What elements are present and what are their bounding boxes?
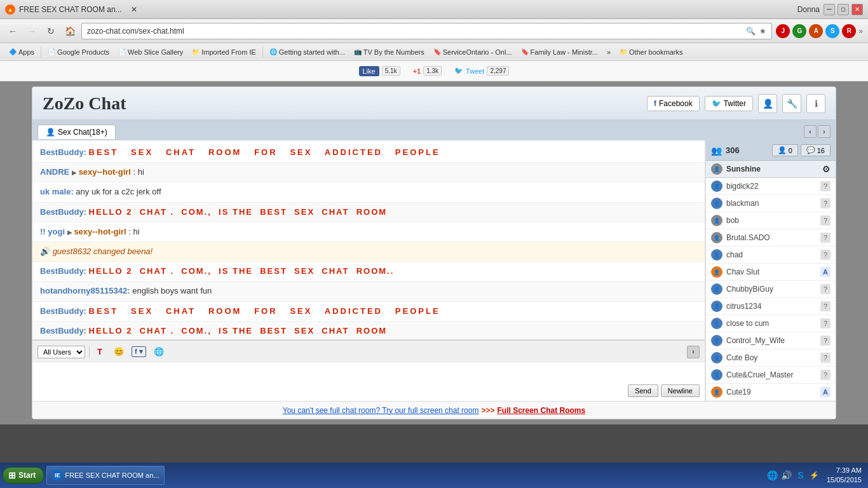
- toolbar-expand-btn[interactable]: ›: [687, 346, 700, 358]
- address-url[interactable]: zozo-chat.com/sex-chat.html: [87, 27, 742, 36]
- user-item[interactable]: 👤 Control_My_Wife ?: [706, 332, 836, 349]
- tray-icon-1[interactable]: 🌐: [767, 470, 778, 481]
- maximize-button[interactable]: □: [837, 4, 849, 15]
- sidebar-tab-online[interactable]: 👤 0: [772, 144, 798, 156]
- user-action-icon[interactable]: ?: [820, 198, 831, 208]
- search-icon[interactable]: 🔍: [746, 27, 756, 36]
- user-item[interactable]: 👤 Cute Boy ?: [706, 349, 836, 367]
- msg-user[interactable]: BestBuddy:: [40, 207, 89, 217]
- chat-message-input[interactable]: [37, 367, 700, 383]
- home-button[interactable]: 🏠: [62, 24, 78, 39]
- bookmark-serviceontario[interactable]: 🔖 ServiceOntario - Onl...: [430, 47, 516, 57]
- msg-user[interactable]: hotandhorny85115342:: [40, 286, 132, 295]
- msg-target[interactable]: sexy--hot-girl: [74, 227, 126, 236]
- user-action-icon[interactable]: ?: [820, 370, 831, 380]
- send-button[interactable]: Send: [628, 384, 658, 397]
- tweet-btn[interactable]: 🐦 Tweet 2,297: [454, 66, 509, 76]
- msg-target[interactable]: sexy--hot-girl: [79, 167, 131, 177]
- twitter-btn[interactable]: 🐦 Twitter: [705, 96, 753, 111]
- msg-user[interactable]: ANDRE: [40, 167, 72, 177]
- user-action-icon[interactable]: ?: [820, 215, 831, 226]
- user-action-icon[interactable]: ?: [820, 233, 831, 243]
- user-action-icon[interactable]: ?: [820, 353, 831, 363]
- ext-icon-r[interactable]: R: [842, 24, 856, 38]
- back-button[interactable]: ←: [5, 24, 20, 39]
- user-item[interactable]: 👤 chad ?: [706, 247, 836, 264]
- fb-like-label[interactable]: Like: [359, 66, 379, 76]
- user-item[interactable]: 👤 Brutal.SADO ?: [706, 229, 836, 247]
- facebook-btn[interactable]: f Facebook: [647, 96, 700, 111]
- recipient-select[interactable]: All Users: [37, 346, 85, 358]
- bookmark-overflow[interactable]: »: [603, 47, 614, 57]
- tray-icon-2[interactable]: 🔊: [781, 470, 792, 481]
- ext-icon-2[interactable]: G: [792, 24, 806, 38]
- star-icon[interactable]: ★: [759, 27, 766, 36]
- user-avatar: 👤: [711, 180, 722, 192]
- msg-user[interactable]: BestBuddy:: [40, 147, 89, 157]
- sidebar-tab-messages[interactable]: 💬 16: [801, 144, 831, 156]
- tray-icon-skype[interactable]: S: [795, 470, 806, 481]
- user-item[interactable]: 👤 close to cum ?: [706, 315, 836, 332]
- msg-user[interactable]: uk male:: [40, 187, 76, 196]
- messages-scroll[interactable]: BestBuddy: BEST SEX CHAT ROOM FOR SEX AD…: [32, 140, 705, 340]
- close-button[interactable]: ✕: [851, 4, 863, 15]
- emoji-btn[interactable]: 😊: [110, 346, 128, 358]
- tab-next-btn[interactable]: ›: [818, 125, 831, 138]
- msg-user[interactable]: BestBuddy:: [40, 306, 89, 316]
- room-tab-sex-chat[interactable]: 👤 Sex Chat(18+): [37, 125, 116, 139]
- user-action-icon[interactable]: A: [820, 387, 831, 397]
- msg-user[interactable]: BestBuddy:: [40, 266, 89, 276]
- user-item[interactable]: 👤 Cute19 A: [706, 384, 836, 401]
- user-icon-btn[interactable]: 👤: [758, 94, 777, 113]
- info-icon-btn[interactable]: ℹ: [806, 94, 825, 113]
- settings-gear-icon[interactable]: ⚙: [822, 164, 831, 174]
- gplus-btn[interactable]: +1 1.3k: [413, 66, 442, 76]
- user-action-icon[interactable]: ?: [820, 250, 831, 260]
- facebook-like-btn[interactable]: Like 5.1k: [359, 66, 400, 76]
- apps-icon: 🔷: [9, 48, 17, 55]
- message-row: BestBuddy: BEST SEX CHAT ROOM FOR SEX AD…: [32, 302, 705, 322]
- bookmark-google[interactable]: 📄 Google Products: [44, 47, 113, 57]
- user-item[interactable]: 👤 ChubbyBiGuy ?: [706, 281, 836, 298]
- user-action-icon[interactable]: ?: [820, 284, 831, 294]
- bookmark-imported[interactable]: 📁 Imported From IE: [188, 47, 260, 57]
- overflow-btn[interactable]: »: [858, 27, 863, 36]
- ext-icon-skype[interactable]: S: [825, 24, 839, 38]
- tab-close-icon[interactable]: ✕: [131, 5, 137, 14]
- ext-icon-abp[interactable]: A: [809, 24, 823, 38]
- bookmark-getting-started[interactable]: 🌐 Getting started with...: [266, 47, 349, 57]
- user-item[interactable]: 👤 bigdick22 ?: [706, 178, 836, 195]
- settings-icon-btn[interactable]: 🔧: [782, 94, 801, 113]
- taskbar-browser-item[interactable]: IE FREE SEX CHAT ROOM an...: [46, 466, 165, 485]
- tab-prev-btn[interactable]: ‹: [804, 125, 817, 138]
- user-action-icon[interactable]: ?: [820, 301, 831, 311]
- user-item[interactable]: 👤 Cute&Cruel_Master ?: [706, 367, 836, 384]
- facebook-share-btn[interactable]: f ▾: [132, 346, 146, 357]
- bookmark-apps[interactable]: 🔷 Apps: [5, 47, 38, 57]
- user-action-icon[interactable]: ?: [820, 336, 831, 346]
- ext-icon-1[interactable]: J: [776, 24, 790, 38]
- promo-text[interactable]: You can't see full chat room? Try our fu…: [283, 406, 479, 415]
- minimize-button[interactable]: ─: [824, 4, 835, 15]
- bookmark-familylaw[interactable]: 🔖 Family Law - Ministr...: [517, 47, 602, 57]
- user-item[interactable]: 👤 bob ?: [706, 212, 836, 229]
- globe-btn[interactable]: 🌐: [150, 346, 168, 358]
- bookmark-other[interactable]: 📁 Other bookmarks: [616, 47, 686, 57]
- refresh-button[interactable]: ↻: [43, 24, 58, 39]
- msg-user[interactable]: BestBuddy:: [40, 326, 89, 336]
- fullscreen-link[interactable]: Full Screen Chat Rooms: [498, 406, 586, 415]
- bookmark-webslice[interactable]: 📄 Web Slice Gallery: [114, 47, 187, 57]
- user-item[interactable]: 👤 Chav Slut A: [706, 264, 836, 281]
- user-item[interactable]: 👤 blackman ?: [706, 195, 836, 212]
- start-button[interactable]: ⊞ Start: [3, 467, 44, 484]
- user-action-icon[interactable]: ?: [820, 181, 831, 191]
- forward-button[interactable]: →: [24, 24, 39, 39]
- msg-user[interactable]: !! yogi: [40, 227, 67, 236]
- bookmark-tv[interactable]: 📺 TV By the Numbers: [350, 47, 428, 57]
- newline-button[interactable]: Newline: [661, 384, 700, 397]
- tray-icon-3[interactable]: ⚡: [809, 470, 820, 481]
- user-item[interactable]: 👤 citrus1234 ?: [706, 298, 836, 315]
- user-action-icon[interactable]: A: [820, 267, 831, 277]
- bold-text-btn[interactable]: T: [93, 346, 106, 358]
- user-action-icon[interactable]: ?: [820, 318, 831, 329]
